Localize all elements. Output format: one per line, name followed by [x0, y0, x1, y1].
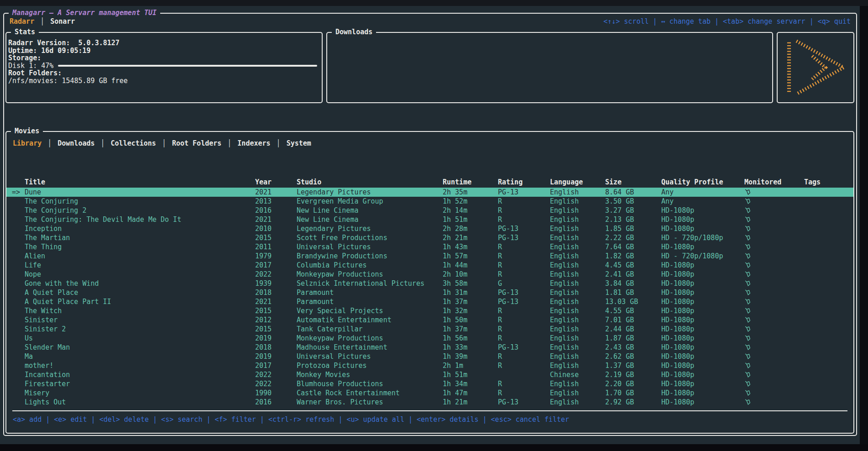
servarr-tabs: Radarr│Sonarr: [10, 17, 75, 26]
movie-title: Slender Man: [25, 343, 255, 352]
table-row[interactable]: A Quiet Place2018Paramount1h 31mPG-13Eng…: [6, 288, 853, 297]
selection-marker: [6, 224, 25, 233]
table-row[interactable]: A Quiet Place Part II2021Paramount1h 37m…: [6, 297, 853, 306]
movie-quality-profile: HD - 720p/1080p: [661, 233, 744, 242]
movie-monitored: [744, 206, 804, 215]
table-row[interactable]: Firestarter2022Blumhouse Productions1h 3…: [6, 379, 853, 388]
movie-language: English: [550, 233, 605, 242]
movie-title: The Conjuring: [25, 197, 255, 206]
movie-monitored: [744, 352, 804, 361]
selection-marker: [6, 370, 25, 379]
movie-studio: Evergreen Media Group: [297, 197, 443, 206]
movie-language: English: [550, 352, 605, 361]
movie-rating: R: [498, 261, 550, 270]
monitored-icon: [744, 271, 751, 278]
movie-tags: [804, 197, 853, 206]
table-row[interactable]: The Martian2015Scott Free Productions2h …: [6, 233, 853, 242]
movie-monitored: [744, 315, 804, 325]
table-row[interactable]: =>Dune2021Legendary Pictures2h 35mPG-13E…: [6, 188, 853, 197]
movie-size: 1.85 GB: [605, 224, 661, 233]
movie-rating: R: [498, 352, 550, 361]
table-row[interactable]: Inception2010Legendary Pictures2h 28mPG-…: [6, 224, 853, 233]
movie-runtime: 2h 21m: [443, 233, 498, 242]
movie-monitored: [744, 361, 804, 370]
topbar: Radarr│Sonarr <↑↓> scroll | ↔ change tab…: [10, 16, 851, 26]
movies-tab-library[interactable]: Library: [13, 139, 42, 147]
movie-studio: Very Special Projects: [297, 306, 443, 315]
movie-runtime: 3h 58m: [443, 279, 498, 288]
movie-studio: Universal Pictures: [297, 352, 443, 361]
column-header-quality-profile: Quality Profile: [661, 177, 744, 188]
selection-marker: [6, 325, 25, 334]
selection-marker: [6, 206, 25, 215]
movie-tags: [804, 352, 853, 361]
monitored-icon: [744, 389, 751, 397]
table-row[interactable]: Us2019Monkeypaw Productions1h 56mREnglis…: [6, 334, 853, 343]
movie-studio: Scott Free Productions: [297, 233, 443, 242]
movie-tags: [804, 270, 853, 279]
movie-title: Sinister 2: [25, 325, 255, 334]
movie-studio: Blumhouse Productions: [297, 379, 443, 388]
movie-tags: [804, 325, 853, 334]
movie-quality-profile: HD-1080p: [661, 370, 744, 379]
movie-title: Alien: [25, 252, 255, 261]
movies-tab-indexers[interactable]: Indexers: [237, 139, 270, 147]
movie-monitored: [744, 343, 804, 352]
movie-monitored: [744, 388, 804, 398]
movie-studio: Brandywine Productions: [297, 252, 443, 261]
table-row[interactable]: Sinister2012Automatik Entertainment1h 50…: [6, 315, 853, 325]
bottom-keybinding-hints: <a> add | <e> edit | <del> delete | <s> …: [6, 411, 853, 424]
table-row[interactable]: Slender Man2018Madhouse Entertainment1h …: [6, 343, 853, 352]
servarr-tab-sonarr[interactable]: Sonarr: [50, 17, 75, 26]
movie-studio: New Line Cinema: [297, 215, 443, 224]
table-row[interactable]: Incantation2022Monkey Movies1h 51mChines…: [6, 370, 853, 379]
movie-rating: R: [498, 334, 550, 343]
movie-monitored: [744, 379, 804, 388]
selection-marker: =>: [6, 188, 25, 197]
movie-title: Us: [25, 334, 255, 343]
table-row[interactable]: The Conjuring 22016New Line Cinema2h 14m…: [6, 206, 853, 215]
movie-monitored: [744, 279, 804, 288]
table-row[interactable]: The Conjuring: The Devil Made Me Do It20…: [6, 215, 853, 224]
table-row[interactable]: The Witch2015Very Special Projects1h 32m…: [6, 306, 853, 315]
table-row[interactable]: mother!2017Protozoa Pictures2h 1mREnglis…: [6, 361, 853, 370]
servarr-tab-radarr[interactable]: Radarr: [10, 17, 34, 26]
movie-size: 7.01 GB: [605, 315, 661, 325]
movies-tab-system[interactable]: System: [287, 139, 311, 147]
table-row[interactable]: Life2017Columbia Pictures1h 44mREnglish4…: [6, 261, 853, 270]
movies-tab-downloads[interactable]: Downloads: [58, 139, 94, 147]
movie-year: 2017: [255, 361, 297, 370]
movies-tab-collections[interactable]: Collections: [111, 139, 156, 147]
movie-language: English: [550, 197, 605, 206]
monitored-icon: [744, 243, 751, 251]
movie-language: Chinese: [550, 370, 605, 379]
movie-rating: PG-13: [498, 288, 550, 297]
movie-size: 1.37 GB: [605, 361, 661, 370]
monitored-icon: [744, 262, 751, 269]
movie-runtime: 1h 37m: [443, 325, 498, 334]
movie-rating: PG-13: [498, 188, 550, 197]
table-row[interactable]: Alien1979Brandywine Productions1h 57mREn…: [6, 252, 853, 261]
movie-runtime: 2h 28m: [443, 224, 498, 233]
table-row[interactable]: Lights Out2016Warner Bros. Pictures1h 21…: [6, 398, 853, 407]
movie-size: 8.64 GB: [605, 188, 661, 197]
movies-tab-root-folders[interactable]: Root Folders: [172, 139, 221, 147]
movie-runtime: 1h 39m: [443, 352, 498, 361]
movie-language: English: [550, 361, 605, 370]
movie-runtime: 1h 57m: [443, 252, 498, 261]
table-row[interactable]: Ma2019Universal Pictures1h 39mREnglish2.…: [6, 352, 853, 361]
table-row[interactable]: Gone with the Wind1939Selznick Internati…: [6, 279, 853, 288]
table-row[interactable]: Misery1990Castle Rock Entertainment1h 47…: [6, 388, 853, 398]
selection-marker: [6, 361, 25, 370]
table-row[interactable]: The Thing2011Universal Pictures1h 43mREn…: [6, 242, 853, 252]
tab-separator: │: [42, 139, 58, 147]
table-row[interactable]: Sinister 22015Tank Caterpillar1h 37mREng…: [6, 325, 853, 334]
selection-marker: [6, 279, 25, 288]
movie-quality-profile: HD-1080p: [661, 206, 744, 215]
movie-language: English: [550, 343, 605, 352]
movie-quality-profile: HD-1080p: [661, 315, 744, 325]
table-row[interactable]: Nope2022Monkeypaw Productions2h 10mREngl…: [6, 270, 853, 279]
movie-size: 2.44 GB: [605, 325, 661, 334]
movie-year: 2019: [255, 334, 297, 343]
table-row[interactable]: The Conjuring2013Evergreen Media Group1h…: [6, 197, 853, 206]
